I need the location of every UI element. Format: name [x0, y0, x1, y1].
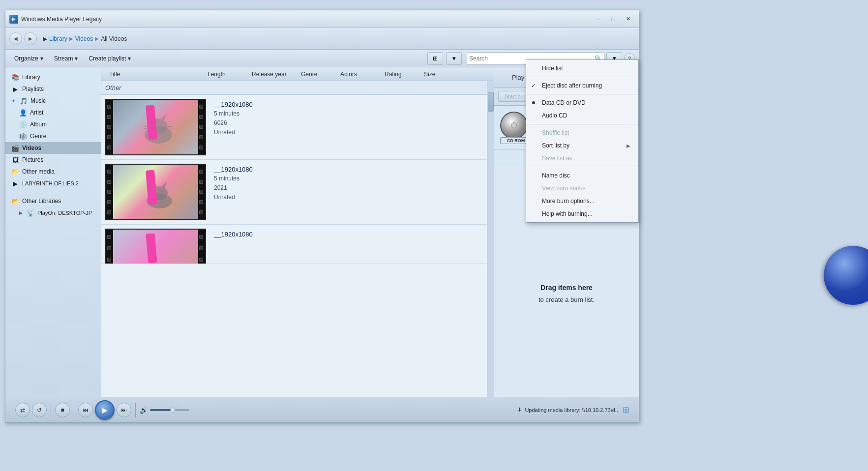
film-hole — [199, 210, 203, 214]
sidebar-item-album[interactable]: 💿 Album — [5, 118, 101, 130]
dd-data-cd-dvd[interactable]: Data CD or DVD — [526, 96, 638, 109]
minimize-button[interactable]: – — [592, 14, 605, 24]
video-info: __1920x1080 5 minutes 2021 Unrated — [214, 164, 253, 203]
volume-slider-track[interactable] — [150, 409, 189, 411]
film-strip-left — [106, 165, 113, 219]
breadcrumb-sep2: ▶ — [95, 36, 99, 41]
close-button[interactable]: ✕ — [621, 14, 635, 24]
table-row[interactable]: __1920x1080 5 minutes 2021 Unrated — [101, 160, 494, 225]
film-hole — [107, 170, 111, 174]
sidebar-item-playlists[interactable]: ▶ Playlists — [5, 83, 101, 95]
back-button[interactable]: ◀ — [9, 32, 22, 45]
table-row[interactable]: __1920x1080 5 minutes 6026 Unrated — [101, 95, 494, 160]
sidebar-item-other-libraries[interactable]: 📂 Other Libraries — [5, 195, 101, 207]
main-window: ▶ Windows Media Player Legacy – □ ✕ ◀ ▶ … — [5, 10, 639, 423]
sidebar-item-playon[interactable]: ▶ 📡 PlayOn: DESKTOP-JP — [5, 207, 101, 219]
create-playlist-menu[interactable]: Create playlist ▾ — [84, 53, 136, 64]
breadcrumb-videos[interactable]: Videos — [75, 35, 93, 42]
film-hole — [107, 258, 111, 262]
dd-audio-cd[interactable]: Audio CD — [526, 109, 638, 122]
forward-button[interactable]: ▶ — [24, 32, 37, 45]
dd-help-burning[interactable]: Help with burning... — [526, 207, 638, 220]
film-hole — [107, 180, 111, 184]
sidebar-item-library[interactable]: 📚 Library — [5, 71, 101, 83]
col-header-length[interactable]: Length — [204, 71, 248, 78]
film-hole — [107, 146, 111, 149]
table-row[interactable]: __1920x1080 — [101, 225, 494, 264]
play-pause-button[interactable]: ▶ — [95, 400, 115, 420]
organize-menu[interactable]: Organize ▾ — [9, 53, 48, 64]
sidebar-library-label: Library — [22, 74, 40, 81]
pink-bar — [146, 233, 157, 263]
window-controls: – □ ✕ — [592, 14, 635, 24]
sidebar-item-artist[interactable]: 👤 Artist — [5, 107, 101, 118]
view-dropdown-button[interactable]: ▾ — [446, 52, 462, 65]
dd-more-burn-options[interactable]: More burn options... — [526, 195, 638, 207]
film-strip-left — [106, 230, 113, 264]
film-hole — [199, 146, 203, 149]
film-strip-right — [198, 100, 205, 154]
video-length: 5 minutes — [214, 175, 239, 182]
sidebar-item-other-media[interactable]: 📁 Other media — [5, 166, 101, 177]
breadcrumb-arrow: ▶ — [43, 35, 47, 42]
next-button[interactable]: ⏭ — [117, 403, 131, 417]
video-year: 2021 — [214, 184, 227, 191]
organize-label: Organize — [14, 55, 38, 62]
stop-button[interactable]: ■ — [55, 403, 70, 417]
pictures-icon: 🖼 — [11, 156, 19, 164]
videos-icon: 🎬 — [11, 144, 19, 152]
data-cd-dvd-label: Data CD or DVD — [542, 99, 586, 106]
col-header-genre[interactable]: Genre — [297, 71, 336, 78]
repeat-button[interactable]: ↺ — [32, 403, 47, 417]
library-icon: 📚 — [11, 73, 19, 81]
col-header-rating[interactable]: Rating — [381, 71, 420, 78]
breadcrumb-all-videos: All Videos — [101, 35, 127, 42]
artist-icon: 👤 — [19, 109, 27, 117]
dd-separator — [526, 124, 638, 124]
col-header-actors[interactable]: Actors — [336, 71, 381, 78]
volume-control: 🔊 — [140, 406, 189, 414]
dd-separator — [526, 77, 638, 77]
sidebar-item-genre[interactable]: 🎼 Genre — [5, 130, 101, 142]
grid-view-icon[interactable]: ⊞ — [623, 405, 629, 414]
video-meta: 5 minutes 2021 Unrated — [214, 174, 253, 203]
stream-menu[interactable]: Stream ▾ — [49, 53, 83, 64]
film-hole — [199, 180, 203, 184]
sidebar: 📚 Library ▶ Playlists ▼ 🎵 Music 👤 Artist… — [5, 67, 101, 422]
dd-hide-list[interactable]: Hide list — [526, 62, 638, 75]
transport-separator — [135, 403, 136, 417]
col-header-size[interactable]: Size — [420, 71, 449, 78]
dd-sort-list[interactable]: Sort list by ▶ — [526, 139, 638, 152]
scrollbar-thumb[interactable] — [488, 92, 494, 112]
music-expand-arrow: ▼ — [11, 98, 16, 103]
maximize-button[interactable]: □ — [606, 14, 620, 24]
dd-name-disc[interactable]: Name disc — [526, 169, 638, 182]
sort-view-button[interactable]: ⊞ — [427, 52, 443, 65]
sidebar-item-labyrinth[interactable]: ▶ LABYRINTH.OF.LIES.2 — [5, 177, 101, 189]
help-burning-label: Help with burning... — [542, 210, 593, 217]
dd-separator — [526, 167, 638, 167]
sidebar-item-pictures[interactable]: 🖼 Pictures — [5, 154, 101, 166]
dd-eject-disc[interactable]: ✓ Eject disc after burning — [526, 79, 638, 92]
other-media-icon: 📁 — [11, 168, 19, 176]
shuffle-button[interactable]: ⇄ — [15, 403, 30, 417]
album-icon: 💿 — [19, 120, 27, 128]
sidebar-item-music[interactable]: ▼ 🎵 Music — [5, 95, 101, 107]
film-hole — [107, 190, 111, 194]
sidebar-album-label: Album — [30, 121, 47, 128]
scrollbar[interactable] — [487, 81, 494, 422]
film-hole — [107, 125, 111, 129]
video-title: __1920x1080 — [214, 231, 253, 238]
playon-icon: 📡 — [27, 209, 34, 217]
column-headers: Title Length Release year Genre Actors R… — [101, 67, 494, 81]
sidebar-artist-label: Artist — [30, 109, 43, 116]
col-header-year[interactable]: Release year — [248, 71, 297, 78]
hide-list-label: Hide list — [542, 65, 563, 72]
breadcrumb-library[interactable]: Library — [49, 35, 67, 42]
sidebar-labyrinth-label: LABYRINTH.OF.LIES.2 — [22, 180, 79, 186]
prev-button[interactable]: ⏮ — [78, 403, 93, 417]
genre-icon: 🎼 — [19, 132, 27, 140]
volume-knob[interactable] — [170, 408, 175, 412]
col-header-title[interactable]: Title — [105, 71, 204, 78]
sidebar-item-videos[interactable]: 🎬 Videos — [5, 142, 101, 154]
